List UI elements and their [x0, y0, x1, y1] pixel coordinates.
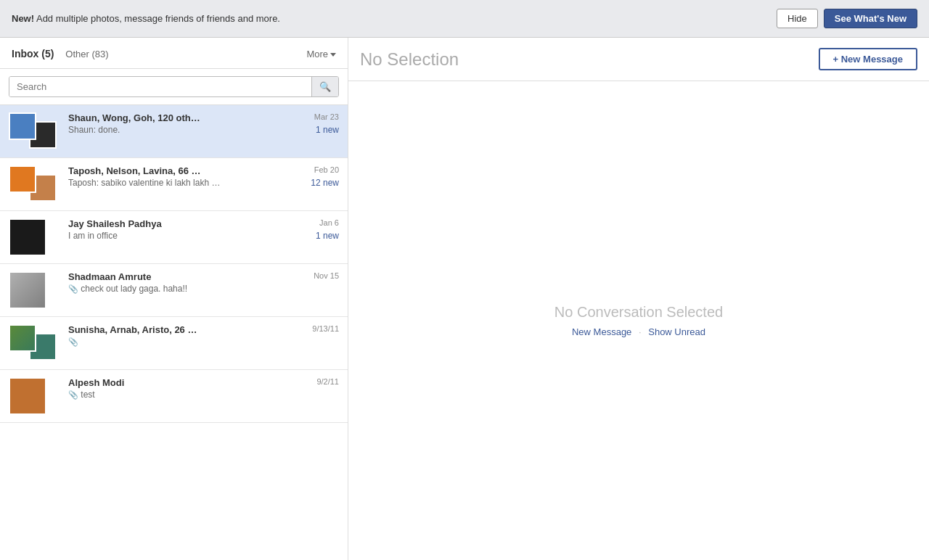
hide-button[interactable]: Hide [777, 9, 818, 28]
search-container: 🔍 [0, 69, 348, 105]
message-date: 9/13/11 [312, 324, 339, 333]
inbox-label[interactable]: Inbox (5) [12, 48, 54, 59]
separator: · [639, 326, 642, 337]
avatar-group [9, 324, 61, 362]
message-top: Taposh, Nelson, Lavina, 66 … Feb 20 [68, 165, 339, 176]
preview-text: 📎 test [68, 390, 95, 400]
message-top: Jay Shailesh Padhya Jan 6 [68, 218, 339, 229]
preview-row: 📎 [68, 337, 339, 347]
message-content: Sunisha, Arnab, Aristo, 26 … 9/13/11 📎 [68, 324, 339, 362]
message-content: Shadmaan Amrute Nov 15 📎 check out lady … [68, 271, 339, 309]
avatar-group [9, 377, 61, 415]
message-top: Shaun, Wong, Goh, 120 oth… Mar 23 [68, 112, 339, 123]
avatar [9, 324, 36, 352]
see-whats-new-button[interactable]: See What's New [824, 9, 917, 28]
message-content: Taposh, Nelson, Lavina, 66 … Feb 20 Tapo… [68, 165, 339, 203]
message-name: Jay Shailesh Padhya [68, 218, 162, 229]
search-input[interactable] [9, 77, 311, 96]
notification-bold: New! [12, 13, 34, 24]
avatar [9, 112, 36, 140]
notification-buttons: Hide See What's New [777, 9, 917, 28]
right-header: No Selection + New Message [348, 38, 929, 81]
attachment-icon: 📎 [68, 337, 78, 346]
other-tab[interactable]: Other (83) [65, 49, 108, 59]
message-name: Shaun, Wong, Goh, 120 oth… [68, 112, 200, 123]
message-date: Jan 6 [319, 218, 339, 227]
preview-row: 📎 check out lady gaga. haha!! [68, 284, 339, 294]
message-date: 9/2/11 [316, 377, 339, 386]
list-item[interactable]: Taposh, Nelson, Lavina, 66 … Feb 20 Tapo… [0, 158, 348, 211]
sidebar-header: Inbox (5) Other (83) More [0, 38, 348, 69]
new-count: 1 new [316, 125, 339, 135]
message-top: Sunisha, Arnab, Aristo, 26 … 9/13/11 [68, 324, 339, 335]
more-dropdown[interactable]: More [306, 49, 336, 59]
avatar [9, 218, 46, 256]
avatar-group [9, 218, 61, 256]
avatar-group [9, 271, 61, 309]
list-item[interactable]: Shaun, Wong, Goh, 120 oth… Mar 23 Shaun:… [0, 105, 348, 158]
new-count: 12 new [311, 178, 339, 188]
attachment-icon: 📎 [68, 390, 78, 399]
message-date: Nov 15 [314, 271, 339, 280]
search-button[interactable]: 🔍 [311, 77, 338, 96]
chevron-down-icon [330, 53, 336, 57]
message-content: Shaun, Wong, Goh, 120 oth… Mar 23 Shaun:… [68, 112, 339, 150]
message-name: Alpesh Modi [68, 377, 124, 388]
show-unread-link[interactable]: Show Unread [648, 326, 705, 337]
new-count: 1 new [316, 231, 339, 241]
list-item[interactable]: Alpesh Modi 9/2/11 📎 test [0, 370, 348, 423]
preview-row: I am in office 1 new [68, 231, 339, 241]
list-item[interactable]: Jay Shailesh Padhya Jan 6 I am in office… [0, 211, 348, 264]
empty-state-title: No Conversation Selected [554, 304, 723, 321]
preview-text: 📎 check out lady gaga. haha!! [68, 284, 187, 294]
preview-text: I am in office [68, 231, 118, 241]
notification-body: Add multiple photos, message friends of … [34, 13, 280, 24]
list-item[interactable]: Sunisha, Arnab, Aristo, 26 … 9/13/11 📎 [0, 317, 348, 370]
message-top: Alpesh Modi 9/2/11 [68, 377, 339, 388]
search-box: 🔍 [9, 76, 339, 97]
no-selection-title: No Selection [360, 49, 459, 70]
preview-row: Shaun: done. 1 new [68, 125, 339, 135]
avatar-group [9, 165, 61, 203]
avatar [9, 271, 46, 309]
notification-text: New! Add multiple photos, message friend… [12, 13, 280, 24]
preview-text: 📎 [68, 337, 78, 347]
message-list: Shaun, Wong, Goh, 120 oth… Mar 23 Shaun:… [0, 105, 348, 560]
avatar [9, 165, 36, 193]
message-name: Shadmaan Amrute [68, 271, 151, 282]
preview-row: Taposh: sabiko valentine ki lakh lakh … … [68, 178, 339, 188]
attachment-icon: 📎 [68, 284, 78, 293]
new-message-button[interactable]: + New Message [819, 48, 917, 70]
notification-bar: New! Add multiple photos, message friend… [0, 0, 929, 38]
new-message-link[interactable]: New Message [572, 326, 631, 337]
list-item[interactable]: Shadmaan Amrute Nov 15 📎 check out lady … [0, 264, 348, 317]
message-content: Jay Shailesh Padhya Jan 6 I am in office… [68, 218, 339, 256]
preview-text: Shaun: done. [68, 125, 120, 135]
main-container: Inbox (5) Other (83) More 🔍 [0, 38, 929, 560]
avatar-group [9, 112, 61, 150]
message-top: Shadmaan Amrute Nov 15 [68, 271, 339, 282]
search-icon: 🔍 [319, 81, 331, 92]
preview-row: 📎 test [68, 390, 339, 400]
empty-state-links: New Message · Show Unread [572, 326, 705, 337]
message-name: Sunisha, Arnab, Aristo, 26 … [68, 324, 197, 335]
message-date: Feb 20 [314, 165, 339, 174]
message-content: Alpesh Modi 9/2/11 📎 test [68, 377, 339, 415]
preview-text: Taposh: sabiko valentine ki lakh lakh … [68, 178, 220, 188]
avatar [9, 377, 46, 415]
sidebar: Inbox (5) Other (83) More 🔍 [0, 38, 348, 560]
message-date: Mar 23 [314, 112, 339, 121]
message-name: Taposh, Nelson, Lavina, 66 … [68, 165, 201, 176]
right-panel: No Selection + New Message No Conversati… [348, 38, 929, 560]
empty-state: No Conversation Selected New Message · S… [348, 81, 929, 560]
